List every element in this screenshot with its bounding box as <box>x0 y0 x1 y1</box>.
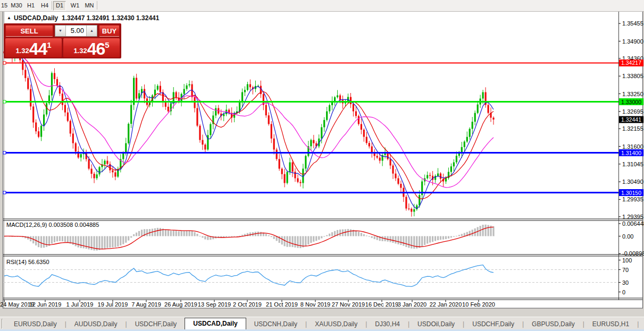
period-button-d1[interactable]: D1 <box>53 1 66 11</box>
tabbar-grip[interactable] <box>2 319 3 329</box>
date-axis-label: 12 Jun 2019 <box>29 301 62 308</box>
date-axis-label: 2 Oct 2019 <box>233 301 262 308</box>
sell-price-prefix: 1.32 <box>15 47 29 55</box>
price-axis-label: 1.29935 <box>622 196 643 202</box>
date-axis-label: 21 Oct 2019 <box>266 301 298 308</box>
buy-price-button[interactable]: 1.32 46 5 <box>63 38 120 57</box>
tab-gbpusd-daily[interactable]: GBPUSD,Daily <box>524 319 583 330</box>
timeframe-toolbar: 15M30H1H4D1W1MN <box>0 0 644 12</box>
macd-axis-label: -0.008982 <box>622 250 644 257</box>
volume-input[interactable]: 5.00 <box>66 26 86 36</box>
collapse-arrow-icon[interactable]: ▲ <box>7 15 11 20</box>
buy-price-big: 46 <box>87 42 105 56</box>
date-axis-label: 22 Jan 2020 <box>430 301 462 308</box>
tab-eurusd-h1[interactable]: EURUSD,H1 <box>584 319 637 330</box>
price-axis-label: 1.31600 <box>622 143 643 150</box>
period-button-h4[interactable]: H4 <box>38 1 52 10</box>
period-button-m30[interactable]: M30 <box>9 1 24 10</box>
buy-price-prefix: 1.32 <box>73 47 87 55</box>
rsi-axis-label: 30 <box>622 279 629 286</box>
tab-eurusd-daily[interactable]: EURUSD,Daily <box>6 319 65 330</box>
hline-price-tag-label: 1.33000 <box>621 99 641 105</box>
chart-tab-bar: EURUSD,Daily|AUDUSD,Daily|USDCHF,DailyUS… <box>0 317 644 330</box>
volume-increase-icon[interactable]: ▲ <box>86 26 97 36</box>
toolbar-separator <box>97 1 97 10</box>
sell-price-big: 44 <box>29 42 47 56</box>
rsi-indicator-label: RSI(14) 56.6350 <box>6 259 49 265</box>
price-axis-label: 1.32155 <box>622 125 643 132</box>
price-axis-label: 1.35455 <box>622 20 643 27</box>
tab-usdchf-daily[interactable]: USDCHF,Daily <box>464 319 522 330</box>
date-axis-label: 16 Dec 2019 <box>365 301 398 308</box>
price-axis-label: 1.31045 <box>622 161 643 167</box>
date-axis-label: 3 Jan 2020 <box>398 301 426 308</box>
toolbar-separator <box>52 1 52 10</box>
date-axis-label: 8 Nov 2019 <box>300 301 330 308</box>
tab-xauusd-daily[interactable]: XAUUSD,Daily <box>307 319 365 330</box>
tab-audusd-daily[interactable]: AUDUSD,Daily <box>66 319 126 330</box>
buy-price-pip: 5 <box>105 40 109 49</box>
sell-button[interactable]: SELL <box>5 25 53 37</box>
sell-price-button[interactable]: 1.32 44 1 <box>5 38 62 57</box>
period-button-15[interactable]: 15 <box>1 1 8 10</box>
tab-usdcnh-daily[interactable]: USDCNH,Daily <box>246 319 305 330</box>
hline-handle-1.30150[interactable] <box>3 191 6 194</box>
price-axis-label: 1.33805 <box>622 73 643 79</box>
hline-price-tag-label: 1.34217 <box>621 60 641 66</box>
tab-usdchf-daily[interactable]: USDCHF,Daily <box>127 319 185 330</box>
date-axis-label: 26 Aug 2019 <box>164 301 197 308</box>
date-axis-label: 10 Feb 2020 <box>462 301 495 308</box>
hline-handle-1.31400[interactable] <box>3 151 6 154</box>
price-axis-label: 1.32695 <box>622 108 643 115</box>
chart-title: ▲USDCAD,Daily 1.32447 1.32491 1.32430 1.… <box>7 14 159 22</box>
sell-price-pip: 1 <box>47 40 51 49</box>
hline-price-tag-label: 1.31400 <box>621 150 641 156</box>
hline-handle-1.33000[interactable] <box>3 100 6 103</box>
hline-handle-1.34217[interactable] <box>3 62 6 64</box>
date-axis-label: 19 Jul 2019 <box>98 301 128 308</box>
tab-usdcad-daily[interactable]: USDCAD,Daily <box>185 318 246 330</box>
hline-price-tag-label: 1.30150 <box>621 190 641 196</box>
chart-ohlc-values: 1.32447 1.32491 1.32430 1.32441 <box>62 14 160 22</box>
volume-decrease-icon[interactable]: ▼ <box>55 26 66 36</box>
one-click-trading-panel: SELL ▼ 5.00 ▲ BUY 1.32 44 1 1.32 46 5 <box>4 23 121 58</box>
chart-symbol-label: USDCAD,Daily <box>14 14 58 22</box>
period-button-mn[interactable]: MN <box>82 1 97 10</box>
rsi-axis-label: 100 <box>622 257 632 264</box>
date-axis-label: 7 Aug 2019 <box>131 301 161 308</box>
tab-usdoil-daily[interactable]: USDOil,Daily <box>409 319 463 330</box>
rsi-axis-label: 0 <box>622 289 625 295</box>
rsi-axis-label: 70 <box>622 267 629 273</box>
period-button-w1[interactable]: W1 <box>68 1 82 10</box>
macd-axis-label: 0.00 <box>622 233 633 240</box>
macd-axis-label: 0.006448 <box>622 220 644 227</box>
tab-gbpaud-h1[interactable]: GBPAUD,H1 <box>639 319 644 330</box>
date-axis-label: 1 Jul 2019 <box>66 301 94 308</box>
buy-button[interactable]: BUY <box>99 25 120 37</box>
tab-dj30-h4[interactable]: DJ30,H4 <box>367 319 408 330</box>
period-button-h1[interactable]: H1 <box>24 1 38 10</box>
price-axis-label: 1.33250 <box>622 91 643 97</box>
volume-spinner: ▼ 5.00 ▲ <box>55 25 97 37</box>
date-axis-label: 27 Nov 2019 <box>332 301 365 308</box>
current-price-label: 1.32441 <box>621 116 641 123</box>
price-axis-label: 1.34900 <box>622 38 643 45</box>
macd-indicator-label: MACD(12,26,9) 0.003508 0.004885 <box>6 222 99 228</box>
price-axis-label: 1.30490 <box>622 179 643 185</box>
date-axis-label: 13 Sep 2019 <box>198 301 231 308</box>
